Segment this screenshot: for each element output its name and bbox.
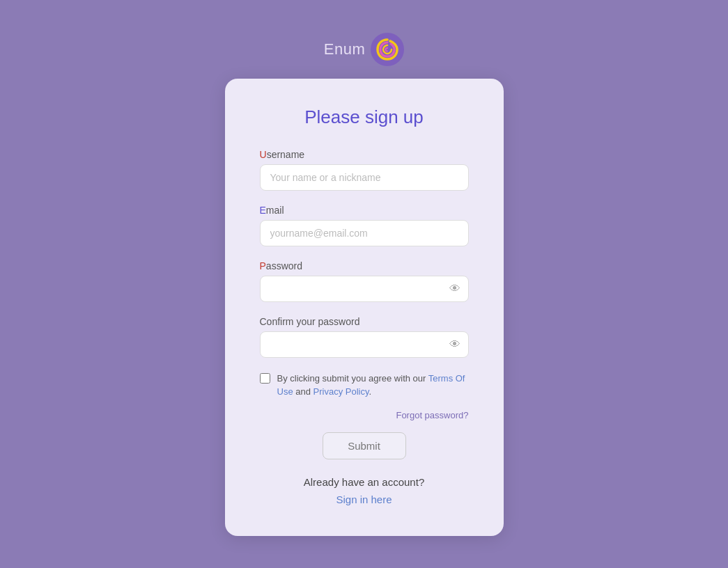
username-input[interactable] — [260, 164, 469, 191]
already-have-account-text: Already have an account? — [260, 476, 469, 488]
forgot-password-link[interactable]: Forgot password? — [396, 410, 468, 420]
svg-point-0 — [371, 33, 404, 66]
confirm-password-label-text: Confirm your password — [260, 316, 360, 327]
terms-pre-text: By clicking submit you agree with our — [277, 373, 428, 384]
forgot-password-row: Forgot password? — [260, 409, 469, 421]
confirm-password-group: Confirm your password 👁︎ — [260, 316, 469, 358]
password-input-wrapper: 👁︎ — [260, 276, 469, 302]
username-label: Username — [260, 149, 469, 160]
username-group: Username — [260, 149, 469, 191]
confirm-password-input-wrapper: 👁︎ — [260, 331, 469, 358]
sign-in-link[interactable]: Sign in here — [260, 494, 469, 505]
terms-checkbox-row: By clicking submit you agree with our Te… — [260, 372, 469, 399]
card-title: Please sign up — [260, 106, 469, 128]
app-title: Enum — [324, 40, 365, 58]
app-header: Enum — [324, 33, 404, 66]
terms-end-text: . — [369, 386, 372, 397]
password-input[interactable] — [260, 276, 469, 302]
email-label-rest: mail — [266, 205, 284, 216]
password-label-highlight: P — [260, 260, 266, 271]
terms-mid-text: and — [293, 386, 313, 397]
terms-text: By clicking submit you agree with our Te… — [277, 372, 469, 399]
password-toggle-icon[interactable]: 👁︎ — [449, 283, 460, 294]
username-label-highlight: U — [260, 149, 267, 160]
username-label-rest: sername — [267, 149, 304, 160]
email-group: Email — [260, 205, 469, 246]
app-logo-icon — [371, 33, 404, 66]
terms-checkbox[interactable] — [260, 373, 270, 384]
privacy-policy-link[interactable]: Privacy Policy — [313, 386, 369, 397]
email-label: Email — [260, 205, 469, 216]
confirm-password-input[interactable] — [260, 331, 469, 358]
confirm-password-toggle-icon[interactable]: 👁︎ — [449, 339, 460, 350]
signup-card: Please sign up Username Email Password 👁… — [225, 79, 504, 536]
password-label-rest: assword — [266, 260, 302, 271]
email-input[interactable] — [260, 220, 469, 246]
password-label: Password — [260, 260, 469, 271]
confirm-password-label: Confirm your password — [260, 316, 469, 327]
password-group: Password 👁︎ — [260, 260, 469, 302]
email-label-highlight: E — [260, 205, 266, 216]
submit-button[interactable]: Submit — [323, 432, 406, 459]
